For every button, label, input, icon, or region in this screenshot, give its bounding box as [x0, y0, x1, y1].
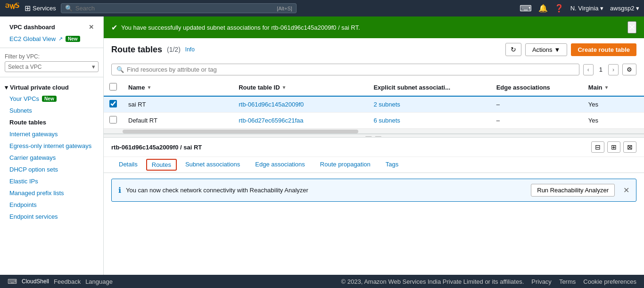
sidebar-item-dhcp[interactable]: DHCP option sets	[0, 164, 103, 175]
new-badge: New	[66, 36, 80, 42]
row-checkbox[interactable]	[109, 116, 117, 123]
page-prev-button[interactable]: ‹	[583, 64, 594, 75]
tab-tags[interactable]: Tags	[378, 157, 406, 173]
sidebar: VPC dashboard ✕ EC2 Global View ↗ New Fi…	[0, 16, 104, 275]
actions-label: Actions	[532, 46, 553, 53]
success-banner: ✔ You have successfully updated subnet a…	[104, 16, 644, 38]
account-menu[interactable]: awsgsp2 ▾	[610, 5, 639, 12]
rtid-link[interactable]: rtb-06d27ec6596c21faa	[239, 117, 303, 124]
column-settings-button[interactable]: ⚙	[622, 64, 636, 75]
create-route-table-button[interactable]: Create route table	[571, 43, 636, 56]
explicit-link[interactable]: 2 subnets	[373, 101, 400, 108]
pagination: ‹ 1 ›	[583, 64, 619, 75]
page-number: 1	[595, 64, 606, 75]
sidebar-item-endpoints[interactable]: Endpoints	[0, 199, 103, 211]
view-split-button[interactable]: ⊟	[591, 141, 604, 153]
rtid-link[interactable]: rtb-061d96c145a2009f0	[239, 101, 304, 108]
table-row[interactable]: Default RT rtb-06d27ec6596c21faa 6 subne…	[104, 113, 644, 129]
th-edge: Edge associations	[491, 79, 583, 96]
actions-button[interactable]: Actions ▼	[525, 43, 568, 56]
terms-link[interactable]: Terms	[559, 278, 576, 285]
bottom-bar: ⌨ CloudShell Feedback Language © 2023, A…	[0, 275, 644, 288]
search-shortcut: [Alt+S]	[277, 6, 292, 11]
row-rtid: rtb-06d27ec6596c21faa	[233, 113, 368, 129]
cookie-link[interactable]: Cookie preferences	[583, 278, 636, 285]
terminal-icon-2: ⌨	[8, 278, 17, 285]
sidebar-item-carrier[interactable]: Carrier gateways	[0, 152, 103, 164]
close-icon[interactable]: ✕	[89, 24, 94, 31]
detail-title: rtb-061d96c145a2009f0 / sai RT	[111, 144, 202, 151]
tab-routes[interactable]: Routes	[146, 159, 177, 171]
feedback-link[interactable]: Feedback	[54, 278, 81, 285]
bottom-bar-left: ⌨ CloudShell Feedback Language	[8, 278, 113, 285]
route-tables-label: Route tables	[9, 119, 46, 126]
sidebar-item-route-tables[interactable]: Route tables	[0, 116, 103, 128]
dhcp-label: DHCP option sets	[9, 166, 58, 173]
region-selector[interactable]: N. Virginia ▾	[570, 5, 603, 12]
row-explicit: 6 subnets	[368, 113, 490, 129]
cloudshell-button[interactable]: CloudShell	[22, 278, 49, 285]
search-input[interactable]	[75, 5, 273, 12]
privacy-link[interactable]: Privacy	[531, 278, 552, 285]
tab-propagation[interactable]: Route propagation	[313, 157, 378, 173]
sidebar-divider-2	[0, 77, 103, 77]
panel-header: Route tables (1/2) Info ↻ Actions ▼ Crea…	[104, 38, 644, 61]
search-input[interactable]	[127, 66, 574, 73]
tab-edge[interactable]: Edge associations	[248, 157, 313, 173]
info-link[interactable]: Info	[185, 46, 195, 53]
main-content: ✔ You have successfully updated subnet a…	[104, 16, 644, 275]
row-name: sai RT	[123, 96, 233, 113]
sidebar-item-egress-gateways[interactable]: Egress-only internet gateways	[0, 140, 103, 152]
select-all-checkbox[interactable]	[109, 83, 117, 91]
row-checkbox[interactable]	[109, 100, 117, 107]
sidebar-item-prefix-lists[interactable]: Managed prefix lists	[0, 187, 103, 199]
horizontal-scrollbar[interactable]	[104, 129, 644, 133]
search-icon: 🔍	[116, 66, 124, 73]
table-row[interactable]: sai RT rtb-061d96c145a2009f0 2 subnets –…	[104, 96, 644, 113]
sidebar-section-vpc[interactable]: ▾ Virtual private cloud	[0, 80, 103, 93]
row-main: Yes	[583, 96, 644, 113]
sidebar-item-endpoint-services[interactable]: Endpoint services	[0, 211, 103, 222]
internet-gateways-label: Internet gateways	[9, 131, 58, 138]
explicit-link[interactable]: 6 subnets	[373, 117, 400, 124]
global-search[interactable]: 🔍 [Alt+S]	[61, 3, 297, 13]
help-icon[interactable]: ❓	[554, 4, 564, 13]
refresh-button[interactable]: ↻	[505, 43, 521, 56]
th-main: Main ▼	[583, 79, 644, 96]
banner-close-button[interactable]: ✕	[627, 21, 636, 33]
new-badge-2: New	[42, 96, 57, 102]
info-close-button[interactable]: ✕	[623, 186, 629, 195]
subnets-label: Subnets	[9, 107, 32, 114]
search-input-wrap[interactable]: 🔍	[111, 64, 579, 75]
panel-view-icons: ⊟ ⊞ ⊠	[591, 141, 636, 153]
sidebar-item-vpc-dashboard[interactable]: VPC dashboard ✕	[0, 21, 103, 33]
services-menu[interactable]: ⊞ Services	[25, 4, 56, 13]
external-link-icon: ↗	[58, 36, 63, 42]
sort-icon-name: ▼	[147, 85, 151, 90]
endpoint-services-label: Endpoint services	[9, 213, 58, 220]
sidebar-item-internet-gateways[interactable]: Internet gateways	[0, 128, 103, 140]
filter-placeholder: Select a VPC	[8, 64, 92, 70]
sidebar-item-ec2-global[interactable]: EC2 Global View ↗ New	[0, 33, 103, 45]
tab-subnet[interactable]: Subnet associations	[178, 157, 248, 173]
view-expand-button[interactable]: ⊞	[607, 141, 620, 153]
sidebar-item-your-vpcs[interactable]: Your VPCs New	[0, 93, 103, 105]
sidebar-item-elastic-ips[interactable]: Elastic IPs	[0, 175, 103, 187]
bell-icon[interactable]: 🔔	[538, 4, 548, 13]
sidebar-item-subnets[interactable]: Subnets	[0, 105, 103, 116]
page-next-button[interactable]: ›	[608, 64, 619, 75]
language-link[interactable]: Language	[85, 278, 113, 285]
carrier-label: Carrier gateways	[9, 154, 56, 161]
th-explicit: Explicit subnet associati...	[368, 79, 490, 96]
route-tables-table-wrap: Name ▼ Route table ID ▼	[104, 79, 644, 133]
resize-handle[interactable]: — —	[104, 134, 644, 138]
vpc-dashboard-label: VPC dashboard	[9, 24, 55, 31]
th-rtid: Route table ID ▼	[233, 79, 368, 96]
filter-label: Filter by VPC:	[5, 53, 40, 60]
aws-logo[interactable]	[5, 3, 20, 14]
tab-details[interactable]: Details	[111, 157, 145, 173]
panel-count: (1/2)	[167, 46, 181, 53]
run-reachability-button[interactable]: Run Reachability Analyzer	[531, 184, 615, 197]
terminal-icon[interactable]: ⌨	[520, 3, 532, 14]
view-full-button[interactable]: ⊠	[623, 141, 636, 153]
